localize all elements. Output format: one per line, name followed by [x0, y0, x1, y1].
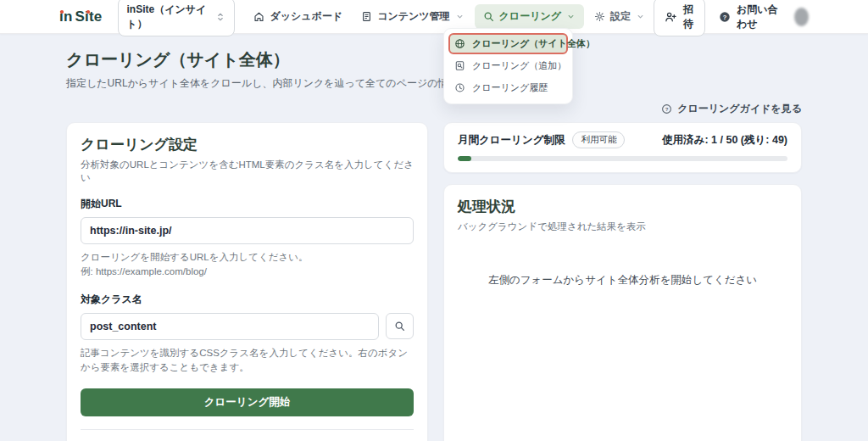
chevron-down-icon — [566, 12, 576, 21]
main-nav: ダッシュボード コンテンツ管理 クローリング 設定 — [245, 4, 654, 29]
target-class-input[interactable] — [81, 313, 379, 340]
gear-icon — [594, 11, 605, 22]
main-content: クローリング（サイト全体） 指定したURLからサイト全体をクロールし、内部リンク… — [66, 48, 802, 441]
nav-item-crawling[interactable]: クローリング — [475, 4, 584, 29]
logo-dot-icon — [60, 10, 64, 14]
search-icon — [483, 11, 494, 22]
nav-item-dashboard[interactable]: ダッシュボード — [245, 4, 351, 29]
search-icon — [394, 321, 405, 332]
monthly-limit-card: 月間クローリング制限 利用可能 使用済み: 1 / 50 (残り: 49) — [443, 122, 802, 173]
svg-text:?: ? — [723, 13, 727, 20]
divider — [81, 429, 414, 430]
crawling-dropdown-menu: クローリング（サイト全体） クローリング（追加） クローリング履歴 — [443, 28, 573, 104]
start-crawling-button[interactable]: クローリング開始 — [81, 388, 414, 416]
page-title: クローリング（サイト全体） — [66, 48, 802, 71]
usage-progress-fill — [458, 156, 471, 161]
workspace-selector[interactable]: inSite（インサイト） — [118, 0, 236, 36]
workspace-selector-value: inSite（インサイト） — [127, 3, 208, 31]
top-navigation-bar: inSite inSite（インサイト） ダッシュボード コンテンツ管理 クロー… — [0, 0, 868, 34]
nav-label: コンテンツ管理 — [377, 9, 449, 24]
file-search-icon — [454, 60, 465, 71]
crawling-guide-link-label: クローリングガイドを見る — [677, 102, 802, 116]
nav-label: クローリング — [499, 9, 561, 24]
menu-item-label: クローリング履歴 — [472, 81, 548, 94]
processing-status-subtitle: バックグラウンドで処理された結果を表示 — [458, 220, 787, 233]
crawling-guide-link[interactable]: ? クローリングガイドを見る — [66, 102, 802, 116]
crawl-settings-card: クローリング設定 分析対象のURLとコンテンツを含むHTML要素のクラス名を入力… — [66, 122, 428, 441]
history-icon — [454, 82, 465, 93]
invite-button-label: 招待 — [682, 3, 694, 31]
crawl-settings-title: クローリング設定 — [81, 135, 414, 154]
question-circle-outline-icon: ? — [661, 103, 672, 114]
menu-item-crawl-whole-site[interactable]: クローリング（サイト全体） — [448, 33, 568, 54]
nav-item-settings[interactable]: 設定 — [586, 4, 654, 29]
document-icon — [361, 11, 372, 22]
home-icon — [253, 11, 264, 22]
chevron-down-icon — [455, 12, 465, 21]
menu-item-crawl-additional[interactable]: クローリング（追加） — [448, 55, 568, 76]
chevron-up-down-icon — [215, 12, 225, 22]
target-class-label: 対象クラス名 — [81, 293, 414, 307]
menu-item-crawl-history[interactable]: クローリング履歴 — [448, 77, 568, 98]
start-url-input[interactable] — [81, 217, 414, 244]
header-right-group: 招待 ? お問い合わせ — [654, 0, 809, 36]
page-subtitle: 指定したURLからサイト全体をクロールし、内部リンクを辿って全てのページの情報を… — [66, 76, 802, 91]
logo-dot-icon — [86, 10, 90, 14]
nav-label: ダッシュボード — [270, 9, 342, 24]
usage-progress-bar — [458, 156, 787, 161]
person-plus-icon — [665, 11, 676, 23]
menu-item-label: クローリング（サイト全体） — [472, 37, 595, 50]
availability-badge: 利用可能 — [572, 131, 625, 148]
start-url-label: 開始URL — [81, 197, 414, 211]
nav-label: 設定 — [610, 9, 631, 24]
empty-state-message: 左側のフォームからサイト全体分析を開始してください — [458, 273, 787, 287]
target-class-help: 記事コンテンツを識別するCSSクラス名を入力してください。右のボタンから要素を選… — [81, 346, 414, 376]
crawl-settings-subtitle: 分析対象のURLとコンテンツを含むHTML要素のクラス名を入力してください — [81, 159, 414, 184]
element-picker-button[interactable] — [386, 313, 414, 339]
usage-counter: 使用済み: 1 / 50 (残り: 49) — [662, 133, 787, 148]
start-url-help: クローリングを開始するURLを入力してください。 例: https://exam… — [81, 250, 414, 280]
chevron-down-icon — [636, 12, 645, 21]
logo[interactable]: inSite — [59, 8, 103, 25]
processing-status-card: 処理状況 バックグラウンドで処理された結果を表示 左側のフォームからサイト全体分… — [443, 184, 802, 441]
contact-link[interactable]: ? お問い合わせ — [719, 3, 781, 31]
processing-status-title: 処理状況 — [458, 197, 787, 216]
svg-text:?: ? — [665, 106, 669, 112]
avatar[interactable] — [794, 8, 809, 26]
invite-button[interactable]: 招待 — [654, 0, 705, 36]
question-circle-icon: ? — [719, 11, 731, 23]
contact-label: お問い合わせ — [737, 3, 781, 31]
nav-item-content-management[interactable]: コンテンツ管理 — [353, 4, 472, 29]
globe-icon — [454, 38, 465, 49]
monthly-limit-title: 月間クローリング制限 — [458, 133, 565, 148]
menu-item-label: クローリング（追加） — [472, 59, 566, 72]
